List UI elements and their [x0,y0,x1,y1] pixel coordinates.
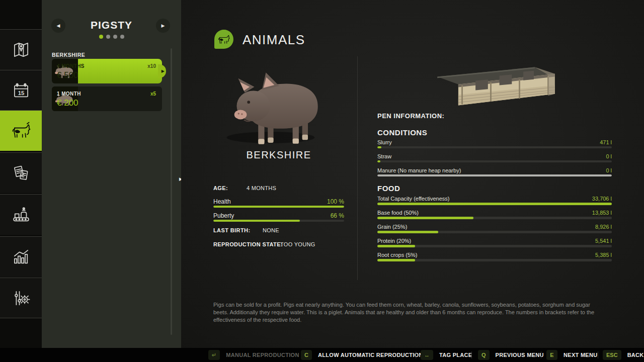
condition-label: Slurry [377,139,392,145]
food-bar [377,259,612,261]
c-keycap: C [301,350,312,360]
food-label: Total Capacity (effectiveness) [377,196,449,202]
column-divider [357,56,358,280]
e-keycap: E [546,350,557,360]
svg-text:15: 15 [18,90,24,96]
food-label: Protein (20%) [377,238,411,244]
manual-reproduction-action[interactable]: ↵ MANUAL REPRODUCTION [208,348,299,362]
next-menu-action[interactable]: E NEXT MENU [546,348,597,362]
back-action[interactable]: ESC BACK [603,348,644,362]
condition-value: 0 l [511,153,612,159]
condition-bar-fill [377,146,381,148]
age-value: 4 MONTHS [247,185,276,191]
sidebar: 15 [0,0,42,362]
condition-label: Straw [377,153,391,159]
page-dot [106,35,110,39]
cow-icon [10,120,32,142]
puberty-label: Puberty [213,212,234,219]
animals-header-icon-badge [214,30,233,49]
separator [471,351,472,358]
food-value: 8,926 l [511,224,612,230]
action-label: ALLOW AUTOMATIC REPRODUCTION [318,352,423,358]
pen-building-image [433,62,558,110]
tab-key-icon: ↔ [421,350,433,360]
reproduction-state-value: TOO YOUNG [280,241,315,247]
food-label: Root crops (5%) [377,252,417,258]
food-bar-fill [377,245,415,247]
animal-list-item[interactable]: 1 MONTH x5 € 200 [52,86,162,111]
condition-label: Manure (No manure heap nearby) [377,167,461,173]
allow-automatic-reproduction-action[interactable]: C ALLOW AUTOMATIC REPRODUCTION [301,348,423,362]
animal-description-text: Pigs can be sold for a profit. Pigs eat … [213,301,597,324]
separator [541,351,541,358]
sidebar-item-map[interactable] [0,29,42,70]
previous-menu-action[interactable]: Q PREVIOUS MENU [478,348,544,362]
puberty-value: 66 % [294,212,344,219]
food-bar-fill [377,259,415,261]
food-value: 5,385 l [511,252,612,258]
game-screen: 15 [0,0,644,362]
panel-scrollbar[interactable] [171,48,172,335]
food-bar [377,245,612,247]
action-label: TAG PLACE [439,352,472,358]
food-bar [377,203,612,205]
action-label: PREVIOUS MENU [496,352,544,358]
page-dot [99,35,103,39]
q-keycap: Q [478,350,490,360]
condition-bar [377,174,612,176]
condition-bar [377,146,612,148]
food-value: 5,541 l [511,238,612,244]
selected-arrow-icon: ▶ [162,69,165,73]
action-label: BACK [627,352,644,358]
animal-list-panel: ◀ ▶ PIGSTY BERKSHIRE 4 MONTHS x [42,0,181,348]
statistics-icon [11,246,32,267]
action-label: NEXT MENU [564,352,597,358]
separator [416,351,416,358]
condition-bar [377,160,612,162]
cow-icon [217,32,231,46]
health-bar [213,206,344,208]
food-bar [377,231,612,233]
production-icon [11,204,32,225]
food-value: 33,706 l [511,196,612,202]
condition-value: 471 l [511,139,612,145]
calendar-icon: 15 [11,80,32,101]
health-label: Health [213,198,231,205]
sidebar-item-animals[interactable] [0,110,42,151]
page-dot [120,35,124,39]
sidebar-item-calendar[interactable]: 15 [0,70,42,111]
animal-count: x5 [150,91,156,97]
last-birth-value: NONE [263,227,279,233]
animals-main-view: ANIMALS [181,0,644,348]
food-bar-fill [377,231,438,233]
food-bar [377,217,612,219]
food-label: Base food (50%) [377,210,419,216]
animal-breed-name: BERKSHIRE [213,149,344,161]
action-label: MANUAL REPRODUCTION [226,352,299,358]
bottom-action-bar: ↵ MANUAL REPRODUCTION C ALLOW AUTOMATIC … [0,348,644,362]
reproduction-state-label: REPRODUCTION STATE: [213,241,283,247]
animal-count: x10 [147,63,156,69]
esc-keycap: ESC [603,350,621,360]
tag-place-action[interactable]: ↔ TAG PLACE [421,348,472,362]
contracts-icon [11,162,32,184]
animal-age: 4 MONTHS [57,63,85,69]
food-bar-fill [377,203,612,205]
age-label: AGE: [213,185,228,191]
page-dots [42,35,181,39]
animal-price: € 200 [57,98,78,108]
sidebar-item-contracts[interactable] [0,152,42,193]
settings-icon [11,288,32,309]
condition-bar-fill-disabled [377,174,612,176]
animal-list-item-selected[interactable]: 4 MONTHS x10 € 500 ▶ [52,59,162,83]
last-birth-label: LAST BIRTH: [213,227,250,233]
map-icon [11,39,32,60]
sidebar-item-statistics[interactable] [0,236,42,277]
panel-title: PIGSTY [42,19,181,31]
animal-price: € 500 [57,70,78,80]
enter-key-icon: ↵ [208,350,220,360]
food-label: Grain (25%) [377,224,407,230]
health-value: 100 % [294,198,344,205]
sidebar-item-production[interactable] [0,194,42,235]
sidebar-item-settings[interactable] [0,278,42,318]
